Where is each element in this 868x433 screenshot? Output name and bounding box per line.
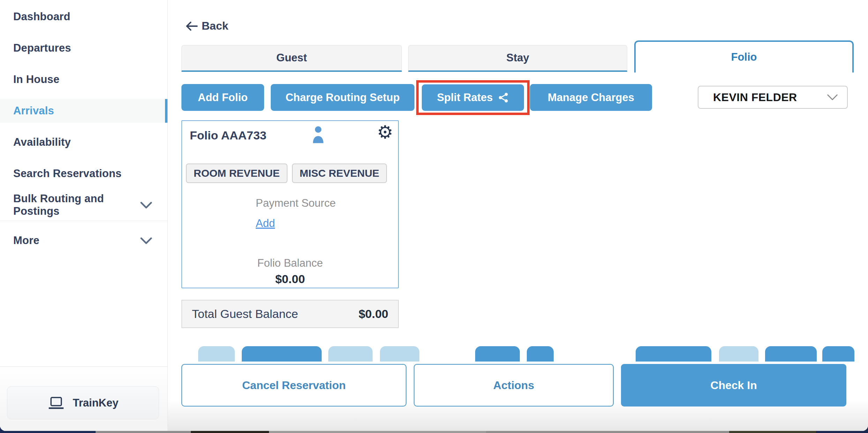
folio-balance-section: Folio Balance $0.00 <box>182 257 398 286</box>
sidebar-item-availability[interactable]: Availability <box>0 130 167 154</box>
total-guest-balance: Total Guest Balance $0.00 <box>181 300 399 328</box>
tab-label: Guest <box>276 52 307 64</box>
bottom-action-bar: Cancel Reservation Actions Check In <box>168 362 868 431</box>
sidebar-item-label: Arrivals <box>13 105 54 117</box>
peek-bar[interactable] <box>475 346 520 362</box>
peek-bar[interactable] <box>328 346 373 362</box>
guest-selector-dropdown[interactable]: KEVIN FELDER <box>698 86 848 109</box>
guest-selector-value: KEVIN FELDER <box>713 91 797 104</box>
chevron-down-icon <box>827 94 838 101</box>
sidebar-item-arrivals[interactable]: Arrivals <box>0 99 167 123</box>
peek-bar[interactable] <box>380 346 419 362</box>
sidebar-item-bulk-routing[interactable]: Bulk Routing and Postings <box>0 193 167 217</box>
tab-guest[interactable]: Guest <box>181 45 402 72</box>
peek-bar[interactable] <box>527 346 554 362</box>
tab-label: Stay <box>506 52 529 64</box>
cancel-reservation-label: Cancel Reservation <box>242 379 346 392</box>
sidebar-item-in-house[interactable]: In House <box>0 68 167 91</box>
sidebar-item-label: In House <box>13 73 60 86</box>
sidebar-item-departures[interactable]: Departures <box>0 36 167 60</box>
add-folio-label: Add Folio <box>198 91 248 104</box>
split-rates-button[interactable]: Split Rates <box>422 84 524 111</box>
check-in-label: Check In <box>710 379 757 392</box>
charge-routing-label: Charge Routing Setup <box>285 91 399 104</box>
payment-source-add-link[interactable]: Add <box>256 217 275 230</box>
total-guest-balance-label: Total Guest Balance <box>192 307 298 321</box>
back-label: Back <box>202 20 229 32</box>
sidebar-item-label: Departures <box>13 42 71 54</box>
sidebar: Dashboard Departures In House Arrivals A… <box>0 0 168 431</box>
peek-bar[interactable] <box>765 346 817 362</box>
sidebar-nav: Dashboard Departures In House Arrivals A… <box>0 0 167 252</box>
folio-balance-value: $0.00 <box>182 272 398 286</box>
trainkey-button[interactable]: TrainKey <box>7 386 159 419</box>
back-button[interactable]: Back <box>185 20 229 32</box>
folio-balance-label: Folio Balance <box>182 257 398 269</box>
back-arrow-icon <box>185 21 198 31</box>
badge-misc-revenue: MISC REVENUE <box>292 164 387 183</box>
manage-charges-button[interactable]: Manage Charges <box>530 84 652 111</box>
guest-person-icon[interactable] <box>312 125 324 143</box>
check-in-button[interactable]: Check In <box>621 364 846 407</box>
sidebar-item-label: Search Reservations <box>13 167 122 180</box>
laptop-icon <box>48 396 65 410</box>
sidebar-divider <box>0 221 167 221</box>
peek-bar[interactable] <box>719 346 758 362</box>
actions-label: Actions <box>493 379 534 392</box>
peek-bar[interactable] <box>636 346 711 362</box>
sidebar-item-label: Availability <box>13 136 71 149</box>
sidebar-item-dashboard[interactable]: Dashboard <box>0 5 167 29</box>
payment-source-label: Payment Source <box>256 197 336 210</box>
total-guest-balance-value: $0.00 <box>359 307 388 321</box>
split-rates-highlight-box: Split Rates <box>416 80 530 115</box>
main-content: Back Guest Stay Folio Add Folio Charge R… <box>168 0 868 431</box>
split-rates-label: Split Rates <box>437 91 493 104</box>
sidebar-footer: TrainKey <box>0 366 167 431</box>
trainkey-label: TrainKey <box>73 397 119 409</box>
tab-folio[interactable]: Folio <box>634 40 854 73</box>
cancel-reservation-button[interactable]: Cancel Reservation <box>181 364 406 407</box>
badge-room-revenue: ROOM REVENUE <box>186 164 287 183</box>
peek-bar[interactable] <box>822 346 854 362</box>
sidebar-item-search-reservations[interactable]: Search Reservations <box>0 162 167 185</box>
sidebar-item-label: Dashboard <box>13 10 70 23</box>
manage-charges-label: Manage Charges <box>548 91 634 104</box>
chevron-down-icon <box>140 237 152 244</box>
peek-bar[interactable] <box>198 346 235 362</box>
tab-label: Folio <box>731 51 757 63</box>
charge-routing-setup-button[interactable]: Charge Routing Setup <box>271 84 414 111</box>
share-icon <box>498 92 509 103</box>
folio-card-title: Folio AAA733 <box>190 129 267 142</box>
tab-stay[interactable]: Stay <box>408 45 627 72</box>
peek-bar[interactable] <box>242 346 322 362</box>
sidebar-item-label: Bulk Routing and Postings <box>13 192 140 218</box>
sidebar-item-more[interactable]: More <box>0 229 167 252</box>
add-folio-button[interactable]: Add Folio <box>181 84 264 111</box>
folio-card: Folio AAA733 ⚙ ROOM REVENUE MISC REVENUE… <box>181 120 399 288</box>
chevron-down-icon <box>140 202 152 209</box>
payment-source-section: Payment Source Add <box>256 197 336 230</box>
gear-icon[interactable]: ⚙ <box>377 123 393 141</box>
revenue-badges: ROOM REVENUE MISC REVENUE <box>186 164 387 183</box>
app-window: Dashboard Departures In House Arrivals A… <box>0 0 868 431</box>
sidebar-item-label: More <box>13 234 39 247</box>
actions-button[interactable]: Actions <box>414 364 614 407</box>
